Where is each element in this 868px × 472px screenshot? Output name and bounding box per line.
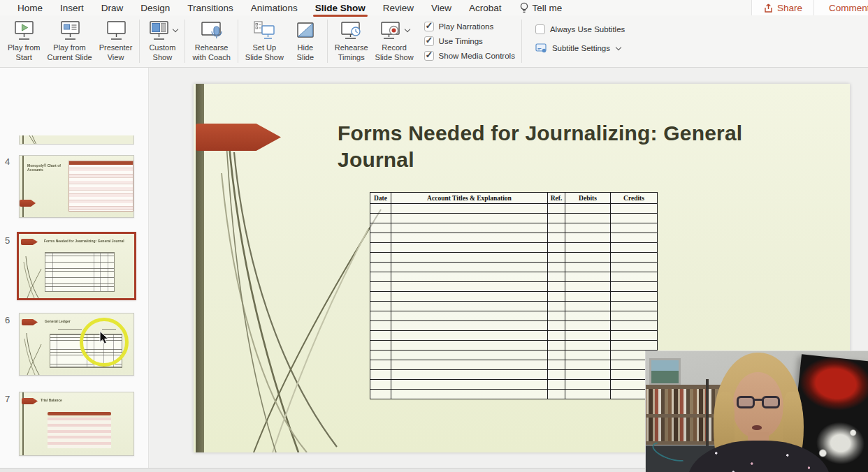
checkbox-icon	[424, 51, 434, 61]
general-journal-table[interactable]: Date Account Titles & Explanation Ref. D…	[370, 192, 658, 399]
hide-slide-icon	[295, 19, 316, 43]
tab-review[interactable]: Review	[382, 1, 414, 15]
thumbnail-number-6: 6	[5, 315, 16, 325]
journal-empty-cell	[548, 390, 565, 399]
subtitle-settings-button[interactable]: Subtitle Settings	[535, 43, 625, 53]
journal-empty-cell	[565, 233, 611, 243]
thumbnail-number-4: 4	[5, 156, 16, 167]
set-up-slide-show-button[interactable]: Set UpSlide Show	[242, 17, 287, 64]
mini-ledger-line	[58, 329, 82, 330]
journal-empty-cell	[565, 292, 611, 302]
thumbnail-slide-5-selected[interactable]: Forms Needed for Journalizing: General J…	[17, 232, 136, 300]
slide-title[interactable]: Forms Needed for Journalizing: General J…	[338, 120, 771, 173]
journal-empty-cell	[391, 243, 548, 253]
setup-slideshow-icon	[252, 19, 277, 43]
grass-decoration	[20, 256, 45, 298]
tab-transitions[interactable]: Transitions	[187, 1, 234, 15]
grass-decoration	[21, 333, 45, 375]
use-timings-checkbox[interactable]: Use Timings	[424, 36, 515, 46]
button-label: RecordSlide Show	[375, 43, 414, 63]
journal-empty-cell	[391, 292, 548, 302]
rehearse-with-coach-button[interactable]: Rehearsewith Coach	[189, 17, 233, 64]
play-from-current-icon	[58, 19, 82, 43]
journal-empty-cell	[611, 223, 658, 233]
slide-accent-bar	[22, 156, 24, 217]
button-label: RehearseTimings	[335, 43, 368, 63]
thumbnail-slide-4[interactable]: Monopoly® Chart of Accounts	[19, 155, 134, 218]
share-button[interactable]: Share	[751, 0, 813, 15]
journal-empty-cell	[611, 233, 658, 243]
play-narrations-checkbox[interactable]: Play Narrations	[424, 22, 515, 31]
subtitles-group: Always Use Subtitles Subtitle Settings	[535, 24, 625, 53]
lightbulb-icon	[519, 2, 529, 14]
journal-empty-cell	[565, 321, 611, 331]
journal-empty-row	[370, 204, 658, 214]
tab-view[interactable]: View	[431, 1, 452, 15]
tab-insert[interactable]: Insert	[59, 1, 85, 15]
tab-home[interactable]: Home	[17, 1, 43, 15]
grass-decoration	[194, 131, 382, 452]
journal-empty-row	[370, 272, 658, 282]
journal-empty-cell	[391, 311, 548, 321]
journal-col-debits: Debits	[565, 193, 611, 204]
journal-empty-cell	[370, 233, 391, 243]
journal-empty-row	[370, 370, 658, 380]
thumbnail-slide-6[interactable]: General Ledger	[19, 313, 134, 376]
journal-empty-cell	[565, 370, 611, 380]
journal-empty-cell	[391, 351, 548, 360]
custom-show-icon	[147, 19, 178, 43]
tab-animations[interactable]: Animations	[250, 1, 298, 15]
tab-design[interactable]: Design	[140, 1, 171, 15]
ribbon-divider	[185, 20, 185, 63]
mini-journal-table	[45, 252, 115, 292]
journal-empty-cell	[548, 253, 565, 263]
ribbon-divider	[139, 20, 140, 63]
journal-empty-row	[370, 282, 658, 292]
always-use-subtitles-checkbox[interactable]: Always Use Subtitles	[535, 24, 625, 34]
tab-acrobat[interactable]: Acrobat	[468, 1, 502, 15]
hide-slide-button[interactable]: HideSlide	[287, 17, 324, 64]
slide-accent-bar	[22, 135, 24, 144]
journal-empty-row	[370, 243, 658, 253]
journal-empty-cell	[391, 380, 548, 390]
record-slide-show-button[interactable]: RecordSlide Show	[372, 17, 417, 64]
journal-empty-cell	[370, 282, 391, 292]
tab-draw[interactable]: Draw	[101, 1, 124, 15]
tab-slide-show[interactable]: Slide Show	[314, 1, 366, 15]
rehearse-timings-button[interactable]: RehearseTimings	[331, 17, 372, 64]
checkbox-label: Use Timings	[439, 37, 483, 45]
thumbnail-slide-7[interactable]: Trial Balance	[19, 392, 134, 456]
comments-button[interactable]: Comments	[813, 0, 868, 15]
thumbnail-title: Forms Needed for Journalizing: General J…	[44, 239, 124, 243]
journal-empty-cell	[611, 331, 658, 341]
journal-empty-row	[370, 292, 658, 302]
thumbnail-slide-3-partial[interactable]	[19, 135, 134, 145]
journal-empty-cell	[565, 331, 611, 341]
tab-tell-me[interactable]: Tell me	[519, 1, 563, 15]
journal-empty-cell	[391, 263, 548, 272]
show-media-controls-checkbox[interactable]: Show Media Controls	[424, 51, 515, 61]
journal-empty-cell	[370, 321, 391, 331]
tell-me-label: Tell me	[533, 3, 563, 13]
journal-empty-cell	[565, 204, 611, 214]
slide-arrow-decoration	[21, 239, 38, 245]
journal-empty-cell	[611, 341, 658, 351]
play-from-start-button[interactable]: Play fromStart	[4, 17, 43, 64]
presenter-view-button[interactable]: PresenterView	[96, 17, 136, 64]
journal-empty-cell	[370, 370, 391, 380]
custom-show-button[interactable]: CustomShow	[143, 17, 181, 64]
journal-empty-cell	[391, 302, 548, 311]
journal-empty-cell	[391, 204, 548, 214]
playback-options-group: Play Narrations Use Timings Show Media C…	[424, 22, 515, 61]
journal-empty-cell	[548, 272, 565, 282]
journal-empty-row	[370, 351, 658, 360]
slide-arrow-decoration	[22, 319, 38, 325]
button-label: Rehearsewith Coach	[192, 43, 230, 63]
glasses-icon	[737, 396, 780, 410]
journal-empty-cell	[391, 233, 548, 243]
journal-empty-cell	[565, 223, 611, 233]
subtitle-settings-label: Subtitle Settings	[552, 44, 610, 52]
play-from-current-slide-button[interactable]: Play fromCurrent Slide	[43, 17, 95, 64]
journal-empty-cell	[611, 253, 658, 263]
journal-empty-cell	[548, 223, 565, 233]
